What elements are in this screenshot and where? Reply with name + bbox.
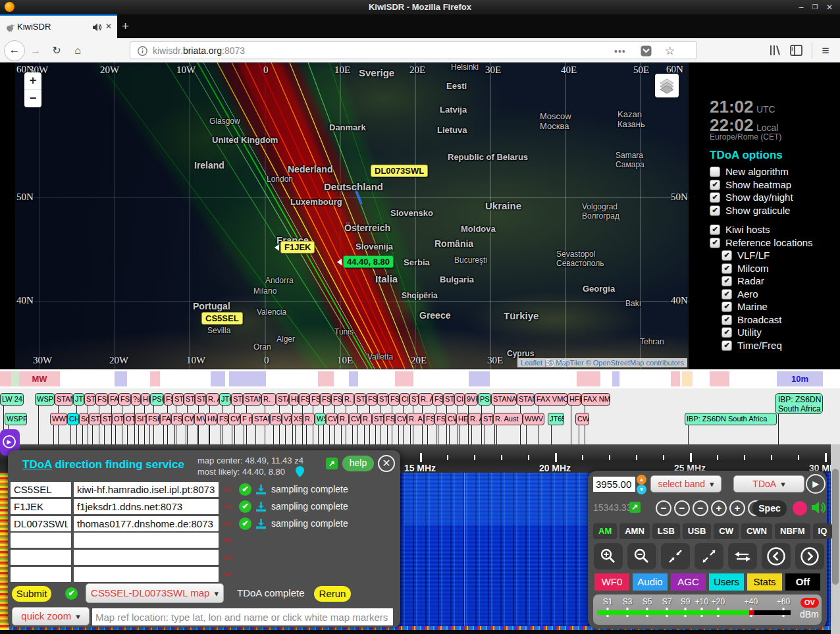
checkbox[interactable]: ✔ (722, 276, 732, 286)
checkbox[interactable]: ✔ (722, 263, 732, 274)
window-maximize-button[interactable]: ❐ (810, 3, 820, 12)
band-next-button[interactable] (795, 543, 824, 569)
station-host-input[interactable] (74, 550, 219, 565)
link-icon[interactable]: ↗ (629, 502, 641, 513)
tab-audio[interactable]: Audio (633, 573, 668, 591)
passband-narrow-button[interactable]: − (656, 500, 671, 516)
band-segment[interactable] (577, 371, 600, 386)
passband-narrow-button[interactable]: − (693, 500, 708, 516)
new-tab-button[interactable]: + (122, 19, 129, 34)
zoom-out-button[interactable] (627, 543, 656, 569)
map-marker[interactable]: F1JEK (280, 241, 315, 253)
station-label[interactable]: OT (112, 413, 124, 425)
quick-zoom-select[interactable]: quick zoom▾ (12, 607, 90, 625)
station-name-input[interactable] (11, 499, 71, 514)
station-label[interactable]: FSK (309, 393, 320, 406)
map-zoom-in-button[interactable]: + (24, 72, 41, 90)
station-label[interactable]: FAX NMC (581, 393, 610, 406)
back-button[interactable]: ← (4, 40, 25, 61)
station-label[interactable]: R. (361, 413, 372, 425)
map-ref-input[interactable] (92, 608, 393, 625)
station-label[interactable]: XS( (292, 413, 303, 425)
station-label[interactable]: STAN. (243, 393, 261, 406)
station-host-input[interactable] (74, 533, 219, 548)
record-button[interactable] (793, 501, 807, 515)
station-label[interactable]: CIS (454, 393, 465, 406)
map-attribution[interactable]: Leaflet | © MapTiler © OpenStreetMap con… (517, 358, 687, 367)
station-label[interactable]: ?st (131, 393, 141, 406)
submit-button[interactable]: Submit (12, 586, 51, 602)
checkbox[interactable]: ✔ (722, 289, 732, 300)
station-label[interactable]: WWV (523, 413, 544, 425)
mode-button-iq[interactable]: IQ (813, 523, 833, 539)
mode-button-usb[interactable]: USB (683, 523, 711, 539)
station-label[interactable]: R. (303, 413, 315, 425)
station-label[interactable]: STA (231, 393, 243, 406)
tdoa-map[interactable]: 60N30W20W10W010E20E30E40E50E60N50N40N50N… (15, 63, 689, 369)
band-segment[interactable] (11, 371, 19, 386)
station-label[interactable]: WS (315, 413, 326, 425)
remove-station-icon[interactable]: ✂ (223, 500, 232, 514)
checkbox[interactable]: ✔ (722, 340, 732, 351)
band-segment[interactable] (395, 371, 413, 386)
tab-wf0[interactable]: WF0 (594, 573, 629, 591)
station-label[interactable]: MV (194, 413, 205, 425)
station-label[interactable]: CH (67, 413, 79, 425)
site-info-icon[interactable] (138, 46, 147, 56)
rerun-button[interactable]: Rerun (314, 586, 351, 602)
help-button[interactable]: help (342, 456, 374, 471)
station-label[interactable]: R. A (407, 413, 424, 425)
page-scrollbar[interactable] (831, 444, 840, 634)
station-label[interactable]: 9VF (465, 393, 478, 406)
tab-agc[interactable]: AGC (671, 573, 706, 591)
station-label[interactable]: R. A (468, 413, 481, 425)
extension-select[interactable]: TDoA▾ (733, 475, 804, 492)
checkbox[interactable]: ✔ (710, 205, 720, 216)
band-segment[interactable]: 10m (777, 371, 823, 386)
band-segment[interactable] (469, 371, 490, 386)
station-label[interactable]: STA (172, 393, 184, 406)
station-host-input[interactable] (74, 567, 219, 582)
station-label[interactable]: VZ (282, 413, 292, 425)
station-label[interactable]: LW 243 (0, 393, 24, 406)
tab-audio-icon[interactable] (92, 22, 102, 32)
mode-button-cwn[interactable]: CWN (741, 523, 772, 539)
mode-button-cw[interactable]: CW (714, 523, 739, 539)
station-label[interactable]: WWV (50, 413, 67, 425)
url-bar[interactable]: kiwisdr.briata.org:8073 ••• ☆ (130, 41, 697, 59)
zoom-full-button[interactable] (695, 543, 723, 569)
map-zoom-out-button[interactable]: − (24, 90, 41, 107)
sidebar-toggle-icon[interactable] (790, 45, 802, 56)
checkbox[interactable]: ✔ (710, 238, 720, 248)
station-label[interactable]: CW (182, 413, 194, 425)
station-label[interactable]: FSK (424, 413, 434, 425)
band-segment[interactable] (710, 371, 729, 386)
station-label[interactable]: PSK (478, 393, 491, 406)
frequency-input[interactable] (593, 477, 635, 492)
mode-button-amn[interactable]: AMN (619, 523, 650, 539)
station-name-input[interactable] (11, 533, 71, 548)
tdoa-link[interactable]: TDoA (22, 458, 52, 471)
band-segment[interactable] (612, 371, 619, 386)
station-label[interactable]: WSPR (5, 413, 27, 425)
station-label[interactable]: R. (261, 393, 276, 406)
station-label[interactable]: STANAG (491, 393, 517, 406)
checkbox[interactable]: ✔ (722, 302, 732, 312)
band-segment[interactable] (682, 371, 693, 386)
station-label[interactable]: JT6 (219, 393, 231, 406)
tab-stats[interactable]: Stats (747, 573, 782, 591)
station-label[interactable]: R. Aust (493, 413, 523, 425)
band-overview-bar[interactable]: MW10m (0, 369, 840, 388)
pocket-icon[interactable] (641, 45, 652, 57)
remove-station-icon[interactable]: ✂ (223, 517, 232, 531)
band-segment[interactable] (150, 371, 160, 386)
station-label[interactable]: STA (184, 393, 195, 406)
station-label[interactable]: FSK (433, 393, 443, 406)
map-marker[interactable]: CS5SEL (201, 312, 243, 325)
station-label[interactable]: FSK (320, 393, 331, 406)
band-segment[interactable] (211, 371, 225, 386)
station-label[interactable]: FSK (270, 413, 282, 425)
station-label[interactable]: STA (195, 393, 206, 406)
station-label[interactable]: CW (349, 413, 361, 425)
band-previous-button[interactable] (762, 543, 791, 569)
